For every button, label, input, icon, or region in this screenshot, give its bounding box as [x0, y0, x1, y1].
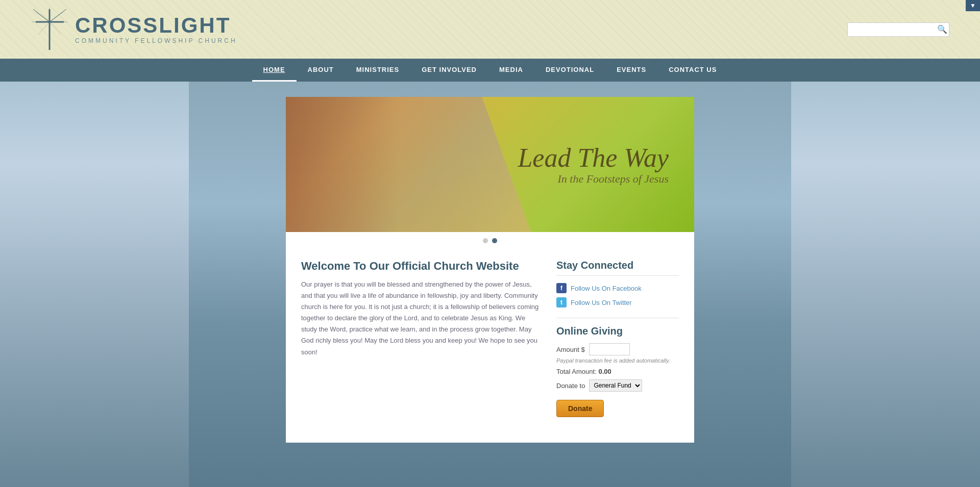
- hero-subtitle: In the Footsteps of Jesus: [518, 172, 669, 186]
- welcome-text: Our prayer is that you will be blessed a…: [301, 279, 541, 358]
- logo-subtitle: COMMUNITY FELLOWSHIP CHURCH: [75, 37, 237, 44]
- stay-connected-title: Stay Connected: [556, 260, 679, 276]
- total-label: Total Amount:: [556, 368, 597, 375]
- total-amount: 0.00: [598, 368, 611, 375]
- facebook-label: Follow Us On Facebook: [571, 285, 642, 292]
- sidebar: Stay Connected f Follow Us On Facebook t…: [556, 260, 679, 417]
- donate-to-row: Donate to General Fund: [556, 379, 679, 392]
- slider-dot-2[interactable]: [492, 238, 497, 243]
- search-input[interactable]: [847, 22, 949, 37]
- nav-bar: HOME ABOUT MINISTRIES GET INVOLVED MEDIA…: [0, 59, 980, 82]
- nav-item-ministries[interactable]: MINISTRIES: [345, 59, 410, 82]
- nav-item-devotional[interactable]: DEVOTIONAL: [534, 59, 605, 82]
- twitter-label: Follow Us On Twitter: [571, 299, 632, 306]
- hero-text-area: Lead The Way In the Footsteps of Jesus: [518, 143, 669, 186]
- logo-text-area: CROSSLIGHT COMMUNITY FELLOWSHIP CHURCH: [75, 15, 237, 44]
- logo-icon: [31, 7, 69, 53]
- clouds-background: Lead The Way In the Footsteps of Jesus W…: [0, 82, 980, 487]
- main-container: Lead The Way In the Footsteps of Jesus W…: [286, 97, 694, 443]
- donate-to-label: Donate to: [556, 382, 585, 390]
- paypal-note: Paypal transaction fee is added automati…: [556, 357, 679, 364]
- donate-button[interactable]: Donate: [556, 400, 604, 417]
- twitter-link[interactable]: t Follow Us On Twitter: [556, 297, 679, 307]
- nav-item-about[interactable]: ABOUT: [297, 59, 345, 82]
- hero-title: Lead The Way: [518, 143, 669, 172]
- svg-line-6: [36, 12, 50, 22]
- stay-connected-section: Stay Connected f Follow Us On Facebook t…: [556, 260, 679, 307]
- search-area: 🔍: [847, 22, 949, 37]
- nav-item-media[interactable]: MEDIA: [488, 59, 534, 82]
- nav-item-events[interactable]: EVENTS: [605, 59, 657, 82]
- slider-dot-1[interactable]: [483, 238, 488, 243]
- cloud-left: [0, 82, 189, 487]
- nav-item-get-involved[interactable]: GET INVOLVED: [410, 59, 488, 82]
- welcome-title: Welcome To Our Official Church Website: [301, 260, 541, 273]
- amount-row: Amount $: [556, 343, 679, 355]
- nav-item-contact-us[interactable]: CONTACT US: [657, 59, 728, 82]
- amount-input[interactable]: [589, 343, 630, 355]
- svg-line-9: [38, 22, 50, 35]
- top-right-dropdown-button[interactable]: ▼: [966, 0, 980, 11]
- facebook-icon: f: [556, 283, 567, 293]
- header: CROSSLIGHT COMMUNITY FELLOWSHIP CHURCH 🔍: [0, 0, 980, 59]
- fund-select[interactable]: General Fund: [589, 379, 642, 392]
- logo-area: CROSSLIGHT COMMUNITY FELLOWSHIP CHURCH: [31, 7, 237, 53]
- svg-line-10: [50, 22, 61, 35]
- online-giving-title: Online Giving: [556, 318, 679, 337]
- slider-dots: [286, 232, 694, 249]
- svg-line-7: [50, 12, 63, 22]
- online-giving-section: Online Giving Amount $ Paypal transactio…: [556, 318, 679, 417]
- logo-title: CROSSLIGHT: [75, 15, 237, 36]
- nav-item-home[interactable]: HOME: [252, 59, 297, 82]
- twitter-icon: t: [556, 297, 567, 307]
- amount-label: Amount $: [556, 346, 585, 353]
- content-area: Welcome To Our Official Church Website O…: [286, 249, 694, 427]
- facebook-link[interactable]: f Follow Us On Facebook: [556, 283, 679, 293]
- main-content: Welcome To Our Official Church Website O…: [301, 260, 541, 417]
- search-button[interactable]: 🔍: [937, 24, 947, 34]
- hero-slider: Lead The Way In the Footsteps of Jesus: [286, 97, 694, 232]
- total-row: Total Amount: 0.00: [556, 368, 679, 375]
- cloud-right: [791, 82, 980, 487]
